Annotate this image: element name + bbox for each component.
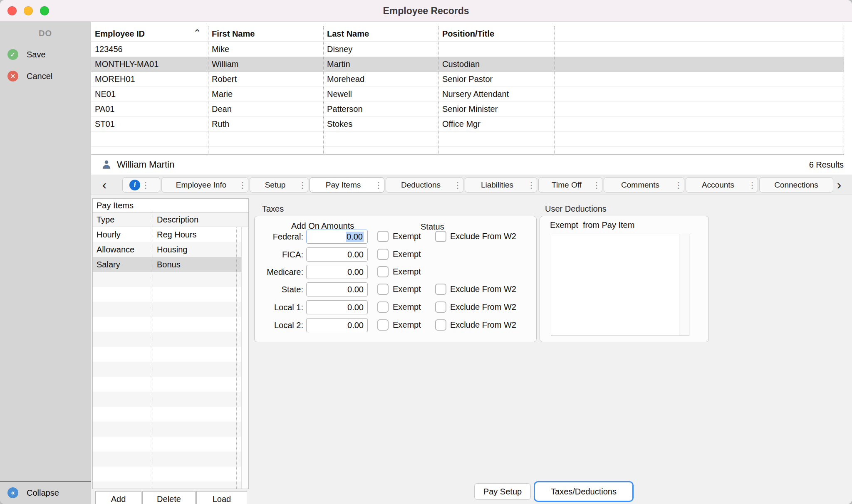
exempt-checkbox[interactable] [377, 266, 389, 277]
tax-label: State: [261, 282, 303, 296]
results-count: 6 Results [809, 160, 844, 170]
amount-value: 0.00 [347, 250, 364, 259]
exclude-from-w2-checkbox[interactable] [435, 231, 446, 242]
cell-first-name: William [208, 57, 323, 72]
tab-menu-icon[interactable]: ⋮ [297, 180, 308, 190]
tax-row-federal: Federal: 0.00 Exempt Exclude From W2 [261, 230, 536, 244]
empty-row [91, 147, 844, 155]
fica-amount-input[interactable]: 0.00 [306, 247, 368, 262]
pay-item-row[interactable]: Hourly Reg Hours [93, 227, 248, 242]
load-button[interactable]: Load [196, 491, 247, 504]
column-header-employee-id[interactable]: Employee ID ⌃ [91, 26, 208, 42]
titlebar: Employee Records [0, 0, 852, 22]
cell-type: Hourly [93, 230, 153, 240]
scroll-tabs-left-button[interactable]: ‹ [99, 177, 110, 193]
collapse-button[interactable]: « Collapse [0, 481, 91, 504]
taxes-deductions-button[interactable]: Taxes/Deductions [534, 481, 634, 502]
empty-row [93, 437, 248, 452]
column-header-last-name[interactable]: Last Name [323, 26, 438, 42]
tax-row-local1: Local 1: 0.00 Exempt Exclude From W2 [261, 300, 536, 314]
tab-time-off[interactable]: Time Off ⋮ [538, 177, 602, 193]
empty-row [93, 452, 248, 467]
tab-pay-items[interactable]: Pay Items ⋮ [310, 177, 384, 193]
tab-info[interactable]: i ⋮ [122, 177, 160, 193]
pay-item-row[interactable]: Allowance Housing [93, 242, 248, 257]
sort-ascending-icon[interactable]: ⌃ [193, 27, 201, 39]
table-row[interactable]: 123456 Mike Disney [91, 42, 844, 57]
table-row[interactable]: MOREH01 Robert Morehead Senior Pastor [91, 72, 844, 87]
tab-deductions[interactable]: Deductions ⋮ [386, 177, 463, 193]
exclude-from-w2-checkbox[interactable] [435, 284, 446, 295]
column-header-type[interactable]: Type [93, 215, 153, 225]
amount-value-selected: 0.00 [346, 232, 364, 242]
exempt-checkbox[interactable] [377, 231, 389, 242]
table-row[interactable]: NE01 Marie Newell Nursery Attendant [91, 87, 844, 102]
exempt-checkbox[interactable] [377, 319, 389, 331]
tab-menu-icon[interactable]: ⋮ [591, 180, 602, 190]
employee-table: Employee ID ⌃ First Name Last Name Posit… [91, 26, 844, 155]
delete-button[interactable]: Delete [142, 491, 196, 504]
employee-icon [101, 159, 112, 170]
empty-row [93, 407, 248, 422]
tab-menu-icon[interactable]: ⋮ [673, 180, 684, 190]
empty-row [93, 482, 248, 489]
scrollbar-track[interactable] [241, 227, 248, 489]
exempt-label: Exempt [393, 284, 421, 294]
tab-label: Employee Info [162, 180, 237, 190]
taxes-section-label: Taxes [262, 204, 284, 214]
cancel-button[interactable]: ✕ Cancel [7, 71, 52, 82]
scroll-tabs-right-button[interactable]: › [833, 177, 845, 193]
tab-menu-icon[interactable]: ⋮ [237, 180, 248, 190]
tax-row-medicare: Medicare: 0.00 Exempt [261, 265, 536, 279]
tax-row-fica: FICA: 0.00 Exempt [261, 247, 536, 262]
tax-label: Local 1: [261, 300, 303, 314]
tab-menu-icon[interactable]: ⋮ [526, 180, 537, 190]
local2-amount-input[interactable]: 0.00 [306, 318, 368, 332]
tax-row-local2: Local 2: 0.00 Exempt Exclude From W2 [261, 318, 536, 332]
exclude-from-w2-checkbox[interactable] [435, 319, 446, 331]
cell-position: Office Mgr [438, 117, 554, 131]
tab-menu-icon[interactable]: ⋮ [747, 180, 758, 190]
tab-comments[interactable]: Comments ⋮ [604, 177, 684, 193]
cell-last-name: Morehead [323, 72, 438, 86]
tab-menu-icon[interactable]: ⋮ [373, 180, 384, 190]
exempt-label: Exempt [393, 320, 421, 330]
empty-row [93, 392, 248, 407]
tab-label: Liabilities [465, 180, 526, 190]
column-header-description[interactable]: Description [153, 215, 248, 225]
user-deductions-section-label: User Deductions [545, 204, 607, 214]
table-row[interactable]: PA01 Dean Patterson Senior Minister [91, 102, 844, 117]
exempt-checkbox[interactable] [377, 301, 389, 313]
exclude-from-w2-checkbox[interactable] [435, 301, 446, 313]
tab-employee-info[interactable]: Employee Info ⋮ [161, 177, 248, 193]
tab-accounts[interactable]: Accounts ⋮ [686, 177, 758, 193]
medicare-amount-input[interactable]: 0.00 [306, 265, 368, 279]
exempt-checkbox[interactable] [377, 249, 389, 260]
exempt-from-pay-item-listbox[interactable] [551, 234, 689, 336]
tab-menu-icon[interactable]: ⋮ [140, 180, 151, 190]
pay-items-content: Pay Items Type Description Hourly Reg Ho… [91, 195, 852, 504]
pay-setup-button[interactable]: Pay Setup [474, 483, 531, 500]
tab-connections[interactable]: Connections [759, 177, 833, 193]
cell-last-name: Stokes [323, 117, 438, 131]
exempt-from-pay-item-label: Exempt from Pay Item [550, 220, 634, 230]
tax-row-state: State: 0.00 Exempt Exclude From W2 [261, 282, 536, 296]
federal-amount-input[interactable]: 0.00 [306, 230, 368, 244]
table-row[interactable]: ST01 Ruth Stokes Office Mgr [91, 117, 844, 132]
tab-segments: i ⋮ Employee Info ⋮ Setup ⋮ Pay Items ⋮ … [122, 177, 833, 193]
cell-first-name: Dean [208, 102, 323, 116]
scrollbar-track[interactable] [679, 234, 689, 336]
tab-menu-icon[interactable]: ⋮ [452, 180, 463, 190]
add-button[interactable]: Add [95, 491, 141, 504]
column-header-first-name[interactable]: First Name [208, 26, 323, 42]
column-header-position[interactable]: Position/Title [438, 26, 554, 42]
state-amount-input[interactable]: 0.00 [306, 282, 368, 296]
tab-liabilities[interactable]: Liabilities ⋮ [465, 177, 537, 193]
save-button[interactable]: ✓ Save [7, 49, 46, 60]
pay-item-row-selected[interactable]: Salary Bonus [93, 257, 248, 272]
table-row-selected[interactable]: MONTHLY-MA01 William Martin Custodian [91, 57, 844, 72]
local1-amount-input[interactable]: 0.00 [306, 300, 368, 314]
exempt-checkbox[interactable] [377, 284, 389, 295]
exclude-from-w2-label: Exclude From W2 [450, 232, 516, 241]
tab-setup[interactable]: Setup ⋮ [250, 177, 308, 193]
